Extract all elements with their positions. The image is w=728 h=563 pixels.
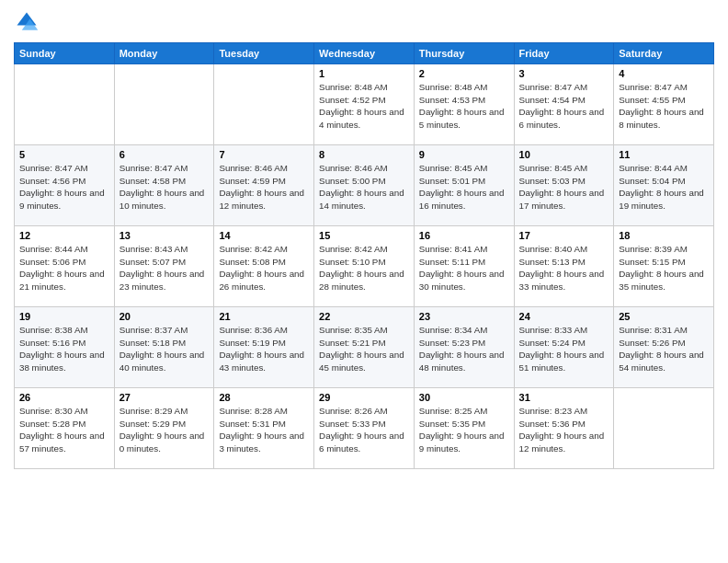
header xyxy=(14,9,714,35)
day-number: 4 xyxy=(619,68,709,79)
day-number: 21 xyxy=(219,311,309,322)
day-cell: 22Sunrise: 8:35 AM Sunset: 5:21 PM Dayli… xyxy=(314,307,415,388)
day-cell: 9Sunrise: 8:45 AM Sunset: 5:01 PM Daylig… xyxy=(414,145,514,226)
day-number: 30 xyxy=(419,392,509,403)
day-cell: 30Sunrise: 8:25 AM Sunset: 5:35 PM Dayli… xyxy=(414,388,514,469)
day-number: 3 xyxy=(519,68,609,79)
day-cell xyxy=(114,64,214,145)
logo xyxy=(14,9,43,35)
day-detail: Sunrise: 8:45 AM Sunset: 5:03 PM Dayligh… xyxy=(519,162,609,213)
day-cell xyxy=(614,388,714,469)
day-detail: Sunrise: 8:35 AM Sunset: 5:21 PM Dayligh… xyxy=(319,324,409,374)
day-cell: 3Sunrise: 8:47 AM Sunset: 4:54 PM Daylig… xyxy=(514,64,614,145)
day-cell: 1Sunrise: 8:48 AM Sunset: 4:52 PM Daylig… xyxy=(314,64,415,145)
weekday-sunday: Sunday xyxy=(15,43,115,64)
day-cell: 13Sunrise: 8:43 AM Sunset: 5:07 PM Dayli… xyxy=(114,226,214,307)
day-detail: Sunrise: 8:48 AM Sunset: 4:53 PM Dayligh… xyxy=(419,81,509,132)
day-number: 29 xyxy=(319,392,409,403)
day-detail: Sunrise: 8:44 AM Sunset: 5:04 PM Dayligh… xyxy=(619,162,709,213)
day-cell: 26Sunrise: 8:30 AM Sunset: 5:28 PM Dayli… xyxy=(15,388,115,469)
day-detail: Sunrise: 8:30 AM Sunset: 5:28 PM Dayligh… xyxy=(19,405,109,455)
day-number: 18 xyxy=(619,230,709,241)
day-number: 23 xyxy=(419,311,509,322)
day-number: 20 xyxy=(119,311,210,322)
day-detail: Sunrise: 8:42 AM Sunset: 5:08 PM Dayligh… xyxy=(219,243,309,293)
logo-icon xyxy=(14,9,40,35)
day-number: 17 xyxy=(519,230,609,241)
day-number: 7 xyxy=(219,149,309,160)
day-cell: 10Sunrise: 8:45 AM Sunset: 5:03 PM Dayli… xyxy=(514,145,614,226)
weekday-header-row: SundayMondayTuesdayWednesdayThursdayFrid… xyxy=(15,43,714,64)
day-number: 13 xyxy=(119,230,210,241)
week-row-2: 12Sunrise: 8:44 AM Sunset: 5:06 PM Dayli… xyxy=(15,226,714,307)
day-cell: 23Sunrise: 8:34 AM Sunset: 5:23 PM Dayli… xyxy=(414,307,514,388)
day-number: 31 xyxy=(519,392,609,403)
day-detail: Sunrise: 8:44 AM Sunset: 5:06 PM Dayligh… xyxy=(19,243,109,293)
day-number: 25 xyxy=(619,311,709,322)
day-number: 27 xyxy=(119,392,210,403)
day-number: 1 xyxy=(319,68,409,79)
day-cell: 8Sunrise: 8:46 AM Sunset: 5:00 PM Daylig… xyxy=(314,145,415,226)
day-detail: Sunrise: 8:39 AM Sunset: 5:15 PM Dayligh… xyxy=(619,243,709,293)
day-cell: 27Sunrise: 8:29 AM Sunset: 5:29 PM Dayli… xyxy=(114,388,214,469)
day-cell: 15Sunrise: 8:42 AM Sunset: 5:10 PM Dayli… xyxy=(314,226,415,307)
weekday-tuesday: Tuesday xyxy=(214,43,314,64)
week-row-1: 5Sunrise: 8:47 AM Sunset: 4:56 PM Daylig… xyxy=(15,145,714,226)
day-detail: Sunrise: 8:28 AM Sunset: 5:31 PM Dayligh… xyxy=(219,405,309,455)
day-number: 11 xyxy=(619,149,709,160)
day-number: 8 xyxy=(319,149,409,160)
day-number: 15 xyxy=(319,230,409,241)
day-detail: Sunrise: 8:23 AM Sunset: 5:36 PM Dayligh… xyxy=(519,405,609,455)
day-detail: Sunrise: 8:48 AM Sunset: 4:52 PM Dayligh… xyxy=(319,81,409,132)
day-number: 24 xyxy=(519,311,609,322)
day-cell: 25Sunrise: 8:31 AM Sunset: 5:26 PM Dayli… xyxy=(614,307,714,388)
day-number: 28 xyxy=(219,392,309,403)
day-number: 6 xyxy=(119,149,210,160)
day-cell: 18Sunrise: 8:39 AM Sunset: 5:15 PM Dayli… xyxy=(614,226,714,307)
day-cell: 11Sunrise: 8:44 AM Sunset: 5:04 PM Dayli… xyxy=(614,145,714,226)
day-cell: 5Sunrise: 8:47 AM Sunset: 4:56 PM Daylig… xyxy=(15,145,115,226)
day-cell: 31Sunrise: 8:23 AM Sunset: 5:36 PM Dayli… xyxy=(514,388,614,469)
day-number: 10 xyxy=(519,149,609,160)
day-detail: Sunrise: 8:38 AM Sunset: 5:16 PM Dayligh… xyxy=(19,324,109,374)
day-cell: 24Sunrise: 8:33 AM Sunset: 5:24 PM Dayli… xyxy=(514,307,614,388)
week-row-4: 26Sunrise: 8:30 AM Sunset: 5:28 PM Dayli… xyxy=(15,388,714,469)
day-cell: 6Sunrise: 8:47 AM Sunset: 4:58 PM Daylig… xyxy=(114,145,214,226)
day-number: 19 xyxy=(19,311,109,322)
day-detail: Sunrise: 8:47 AM Sunset: 4:55 PM Dayligh… xyxy=(619,81,709,132)
day-cell: 2Sunrise: 8:48 AM Sunset: 4:53 PM Daylig… xyxy=(414,64,514,145)
day-cell xyxy=(214,64,314,145)
day-detail: Sunrise: 8:46 AM Sunset: 5:00 PM Dayligh… xyxy=(319,162,409,213)
day-cell: 7Sunrise: 8:46 AM Sunset: 4:59 PM Daylig… xyxy=(214,145,314,226)
day-number: 22 xyxy=(319,311,409,322)
day-number: 14 xyxy=(219,230,309,241)
day-cell: 14Sunrise: 8:42 AM Sunset: 5:08 PM Dayli… xyxy=(214,226,314,307)
week-row-0: 1Sunrise: 8:48 AM Sunset: 4:52 PM Daylig… xyxy=(15,64,714,145)
day-cell: 28Sunrise: 8:28 AM Sunset: 5:31 PM Dayli… xyxy=(214,388,314,469)
calendar-table: SundayMondayTuesdayWednesdayThursdayFrid… xyxy=(14,42,714,469)
day-detail: Sunrise: 8:33 AM Sunset: 5:24 PM Dayligh… xyxy=(519,324,609,374)
weekday-wednesday: Wednesday xyxy=(314,43,415,64)
day-number: 16 xyxy=(419,230,509,241)
day-detail: Sunrise: 8:25 AM Sunset: 5:35 PM Dayligh… xyxy=(419,405,509,455)
day-cell xyxy=(15,64,115,145)
day-cell: 21Sunrise: 8:36 AM Sunset: 5:19 PM Dayli… xyxy=(214,307,314,388)
day-number: 2 xyxy=(419,68,509,79)
day-cell: 4Sunrise: 8:47 AM Sunset: 4:55 PM Daylig… xyxy=(614,64,714,145)
day-detail: Sunrise: 8:46 AM Sunset: 4:59 PM Dayligh… xyxy=(219,162,309,213)
day-cell: 12Sunrise: 8:44 AM Sunset: 5:06 PM Dayli… xyxy=(15,226,115,307)
weekday-saturday: Saturday xyxy=(614,43,714,64)
day-detail: Sunrise: 8:47 AM Sunset: 4:56 PM Dayligh… xyxy=(19,162,109,213)
day-detail: Sunrise: 8:47 AM Sunset: 4:54 PM Dayligh… xyxy=(519,81,609,132)
day-number: 12 xyxy=(19,230,109,241)
day-detail: Sunrise: 8:45 AM Sunset: 5:01 PM Dayligh… xyxy=(419,162,509,213)
weekday-thursday: Thursday xyxy=(414,43,514,64)
day-detail: Sunrise: 8:29 AM Sunset: 5:29 PM Dayligh… xyxy=(119,405,210,455)
day-detail: Sunrise: 8:47 AM Sunset: 4:58 PM Dayligh… xyxy=(119,162,210,213)
day-detail: Sunrise: 8:43 AM Sunset: 5:07 PM Dayligh… xyxy=(119,243,210,293)
page: SundayMondayTuesdayWednesdayThursdayFrid… xyxy=(0,0,728,563)
day-detail: Sunrise: 8:41 AM Sunset: 5:11 PM Dayligh… xyxy=(419,243,509,293)
day-detail: Sunrise: 8:37 AM Sunset: 5:18 PM Dayligh… xyxy=(119,324,210,374)
day-cell: 17Sunrise: 8:40 AM Sunset: 5:13 PM Dayli… xyxy=(514,226,614,307)
day-cell: 16Sunrise: 8:41 AM Sunset: 5:11 PM Dayli… xyxy=(414,226,514,307)
